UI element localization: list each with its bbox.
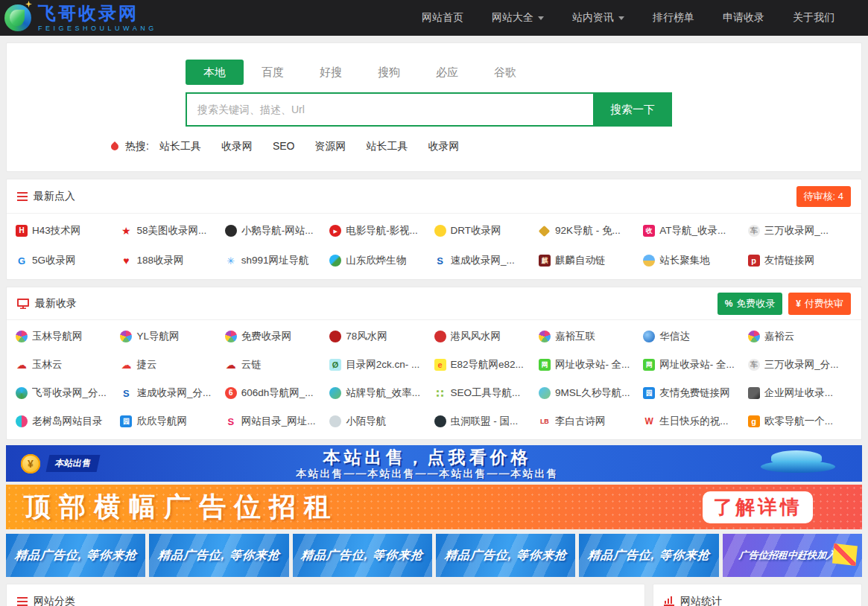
site-link[interactable]: DRT收录网: [451, 224, 501, 237]
mini-banner-ad[interactable]: 精品广告位, 等你来抢: [149, 534, 288, 577]
coin-icon: ¥: [21, 454, 40, 473]
search-engine-tab[interactable]: 必应: [418, 60, 476, 85]
paid-review-button[interactable]: ¥ 付费快审: [788, 293, 851, 315]
site-link[interactable]: 小陌导航: [346, 415, 386, 428]
nav-item[interactable]: 关于我们: [779, 0, 849, 36]
site-link[interactable]: 港风风水网: [451, 330, 501, 343]
hot-search-link[interactable]: 资源网: [314, 140, 346, 153]
site-link-item: 飞哥收录网_分...: [16, 379, 120, 407]
site-link[interactable]: 目录网2ck.cn- ...: [346, 358, 419, 371]
mini-banner-ad[interactable]: 广告位招租中赶快加入吧: [723, 534, 862, 577]
site-favicon: ▶: [329, 225, 341, 237]
site-link[interactable]: 免费收录网: [241, 330, 292, 343]
site-link[interactable]: 华信达: [659, 330, 690, 343]
site-link[interactable]: 92K导航 - 免...: [555, 224, 621, 237]
site-favicon: ☁: [120, 359, 132, 371]
site-link[interactable]: 捷云: [136, 358, 156, 371]
search-engine-tab[interactable]: 百度: [244, 60, 302, 85]
search-engine-tab[interactable]: 本地: [186, 60, 244, 85]
site-link[interactable]: 虫洞联盟 - 国...: [451, 415, 519, 428]
nav-item[interactable]: 站内资讯: [558, 0, 639, 36]
site-link[interactable]: 速成收录网_...: [451, 254, 515, 267]
mini-banner-ad[interactable]: 精品广告位, 等你来抢: [6, 534, 145, 577]
page-content: 本地 百度 好搜 搜狗 必应 谷歌 搜索一下 热搜: 站长工具收录网SEO资源网…: [0, 42, 868, 440]
site-link[interactable]: 飞哥收录网_分...: [32, 386, 107, 400]
site-link[interactable]: 三万收录网_...: [764, 224, 829, 237]
site-link-item: e E82导航网e82...: [434, 351, 539, 379]
search-engine-tab[interactable]: 搜狗: [360, 60, 418, 85]
site-link[interactable]: 友情链接网: [764, 254, 815, 267]
site-link[interactable]: SEO工具导航...: [451, 386, 521, 400]
site-link[interactable]: 9MSL久秒导航...: [555, 386, 630, 400]
search-engine-tab[interactable]: 谷歌: [476, 60, 534, 85]
mini-banner-ad[interactable]: 精品广告位, 等你来抢: [436, 534, 575, 577]
mini-banner-text: 精品广告位, 等你来抢: [587, 548, 711, 564]
site-link[interactable]: 速成收录网_分...: [136, 386, 211, 400]
site-link[interactable]: 嘉裕云: [764, 330, 795, 343]
site-link[interactable]: 188收录网: [136, 254, 183, 267]
site-link[interactable]: 小鹅导航-网站...: [241, 224, 314, 237]
menu-icon: [17, 192, 28, 201]
site-link[interactable]: 欧零导航一个...: [764, 415, 833, 428]
learn-more-button[interactable]: 了解详情: [703, 491, 813, 523]
yuan-icon: ¥: [796, 299, 801, 309]
nav-item[interactable]: 排行榜单: [639, 0, 709, 36]
hot-search-links: 站长工具收录网SEO资源网站长工具收录网: [159, 140, 480, 153]
hot-search-link[interactable]: SEO: [273, 140, 295, 153]
site-link[interactable]: 网址收录站- 全...: [555, 358, 630, 371]
search-engine-tab[interactable]: 好搜: [302, 60, 360, 85]
site-link[interactable]: 山东欣烨生物: [346, 254, 406, 267]
site-favicon: [120, 331, 132, 342]
site-link[interactable]: 云链: [241, 358, 262, 371]
site-link[interactable]: AT导航_收录...: [659, 224, 726, 237]
site-for-sale-banner[interactable]: ¥ 本站出售 本站出售，点我看价格 本站出售——本站出售——本站出售——本站出售: [6, 445, 862, 482]
banner-ad-rental[interactable]: 顶部横幅广告位招租 了解详情: [6, 485, 862, 529]
site-favicon: [539, 387, 551, 399]
site-link[interactable]: 玉林导航网: [32, 330, 83, 343]
site-link[interactable]: 站长聚集地: [659, 254, 710, 267]
site-link[interactable]: 58美图收录网...: [136, 224, 206, 237]
site-link-item: DRT收录网: [434, 216, 539, 246]
site-link[interactable]: 606dh导航网_...: [241, 386, 314, 400]
pending-review-badge[interactable]: 待审核: 4: [796, 186, 851, 207]
nav-item[interactable]: 申请收录: [709, 0, 779, 36]
site-link[interactable]: 玉林云: [32, 358, 63, 371]
site-link[interactable]: 企业网址收录...: [764, 386, 833, 400]
site-logo[interactable]: 飞哥收录网 FEIGESHOULUWANG: [4, 4, 157, 32]
site-link[interactable]: H43技术网: [32, 224, 80, 237]
logo-title: 飞哥收录网: [38, 4, 157, 22]
site-link[interactable]: 生日快乐的祝...: [659, 415, 728, 428]
nav-item[interactable]: 网站首页: [408, 0, 478, 36]
site-link[interactable]: 网站目录_网址...: [241, 415, 316, 428]
hot-search-link[interactable]: 站长工具: [159, 140, 201, 153]
nav-item[interactable]: 网站大全: [478, 0, 558, 36]
hot-search-link[interactable]: 收录网: [428, 140, 459, 153]
hot-search-link[interactable]: 站长工具: [366, 140, 408, 153]
site-link[interactable]: YL导航网: [136, 330, 179, 343]
site-link[interactable]: 友情免费链接网: [659, 386, 730, 400]
site-link[interactable]: 嘉裕互联: [555, 330, 595, 343]
site-link[interactable]: 欣欣导航网: [136, 415, 187, 428]
site-link[interactable]: 站牌导航_效率...: [346, 386, 420, 400]
site-link[interactable]: sh991网址导航: [241, 254, 309, 267]
site-link[interactable]: 李白古诗网: [555, 415, 606, 428]
mini-banner-ad[interactable]: 精品广告位, 等你来抢: [579, 534, 718, 577]
sale-banner-subtitle: 本站出售——本站出售——本站出售——本站出售: [297, 468, 559, 479]
site-favicon: [329, 331, 341, 342]
site-link-item: ☁ 云链: [225, 351, 329, 379]
mini-banner-ad[interactable]: 精品广告位, 等你来抢: [293, 534, 432, 577]
site-link[interactable]: 5G收录网: [32, 254, 76, 267]
search-input[interactable]: [186, 92, 593, 127]
site-link[interactable]: 78风水网: [346, 330, 387, 343]
site-link[interactable]: 三万收录网_分...: [764, 358, 839, 371]
search-button[interactable]: 搜索一下: [593, 92, 672, 127]
site-link[interactable]: 老树岛网站目录: [32, 415, 103, 428]
hot-search-link[interactable]: 收录网: [221, 140, 253, 153]
free-include-button[interactable]: % 免费收录: [717, 293, 783, 315]
site-link[interactable]: 网址收录站- 全...: [659, 358, 735, 371]
site-link-item: 嘉裕互联: [539, 322, 643, 351]
site-link[interactable]: 麒麟自动链: [555, 254, 606, 267]
monitor-icon: [17, 299, 29, 309]
site-link[interactable]: 电影导航-影视...: [346, 224, 418, 237]
site-link[interactable]: E82导航网e82...: [451, 358, 524, 371]
